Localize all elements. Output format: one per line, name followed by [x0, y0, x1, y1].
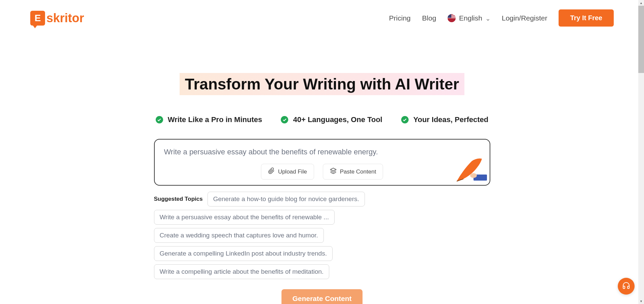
feature-item: Your Ideas, Perfected [401, 115, 488, 124]
help-chat-button[interactable] [618, 278, 635, 295]
language-selector[interactable]: English [448, 14, 490, 22]
upload-file-button[interactable]: Upload File [261, 164, 314, 180]
topic-chip[interactable]: Write a persuasive essay about the benef… [154, 210, 335, 225]
feature-list: Write Like a Pro in Minutes 40+ Language… [0, 115, 644, 124]
scrollbar[interactable]: ▲ ▼ [638, 0, 644, 304]
feature-text: Your Ideas, Perfected [413, 115, 488, 124]
topic-chip[interactable]: Write a compelling article about the ben… [154, 264, 330, 279]
language-label: English [459, 14, 482, 22]
feature-item: 40+ Languages, One Tool [281, 115, 382, 124]
feature-item: Write Like a Pro in Minutes [156, 115, 262, 124]
scroll-down-arrow[interactable]: ▼ [638, 298, 644, 304]
feature-text: Write Like a Pro in Minutes [168, 115, 262, 124]
check-icon [401, 116, 409, 123]
primary-nav: Pricing Blog English Login/Register Try … [389, 9, 614, 27]
nav-pricing[interactable]: Pricing [389, 14, 411, 22]
input-actions: Upload File Paste Content [164, 164, 480, 180]
header: E skritor Pricing Blog English Login/Reg… [0, 0, 644, 36]
hero-section: Transform Your Writing with AI Writer Wr… [0, 36, 644, 304]
logo[interactable]: E skritor [30, 11, 84, 26]
upload-file-label: Upload File [278, 168, 307, 175]
paste-content-button[interactable]: Paste Content [323, 164, 383, 180]
quill-illustration [453, 156, 487, 183]
suggested-topics-label: Suggested Topics [154, 196, 203, 202]
layers-icon [330, 167, 337, 176]
prompt-input[interactable] [164, 148, 480, 156]
flag-icon [448, 14, 456, 22]
topic-chip[interactable]: Generate a compelling LinkedIn post abou… [154, 246, 333, 261]
prompt-input-box: Upload File Paste Content [154, 139, 490, 186]
nav-blog[interactable]: Blog [422, 14, 436, 22]
topic-chip[interactable]: Create a wedding speech that captures lo… [154, 228, 324, 243]
scroll-up-arrow[interactable]: ▲ [638, 0, 644, 6]
headset-icon [622, 281, 630, 291]
paste-content-label: Paste Content [340, 168, 376, 175]
svg-point-2 [470, 173, 477, 178]
suggested-topics: Suggested Topics Generate a how-to guide… [154, 192, 490, 279]
check-icon [281, 116, 288, 123]
logo-text: skritor [46, 11, 84, 25]
scrollbar-thumb[interactable] [638, 6, 644, 73]
chevron-down-icon [486, 16, 490, 21]
feature-text: 40+ Languages, One Tool [293, 115, 382, 124]
hero-headline: Transform Your Writing with AI Writer [180, 73, 464, 95]
topic-chip[interactable]: Generate a how-to guide blog for novice … [207, 192, 365, 206]
logo-icon: E [30, 11, 45, 26]
nav-login-register[interactable]: Login/Register [502, 14, 547, 22]
svg-marker-0 [330, 168, 336, 171]
paperclip-icon [268, 167, 275, 176]
check-icon [156, 116, 163, 123]
try-free-button[interactable]: Try It Free [559, 9, 614, 27]
generate-content-button[interactable]: Generate Content [281, 289, 362, 304]
